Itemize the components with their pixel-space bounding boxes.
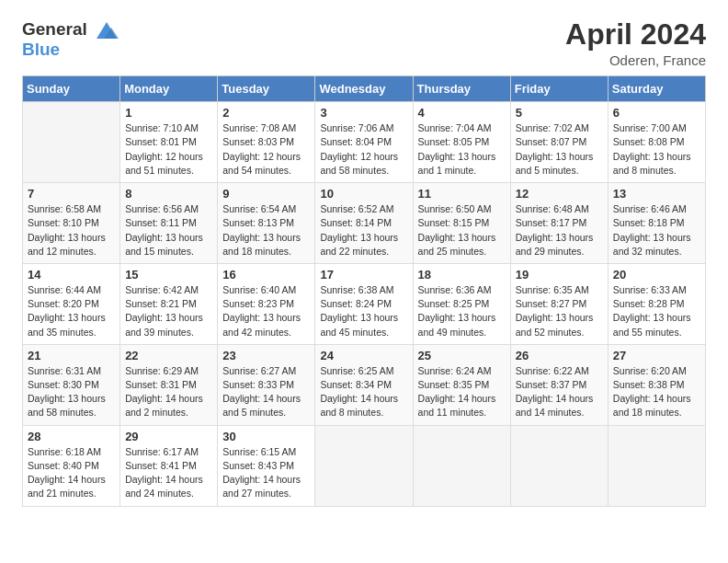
calendar-day-28: 28Sunrise: 6:18 AM Sunset: 8:40 PM Dayli…: [23, 425, 120, 506]
calendar-day-2: 2Sunrise: 7:08 AM Sunset: 8:03 PM Daylig…: [218, 102, 315, 183]
empty-day: [510, 425, 608, 506]
empty-day: [413, 425, 510, 506]
day-number: 12: [516, 187, 603, 201]
page-header: General Blue April 2024 Oderen, France: [22, 18, 706, 68]
day-info: Sunrise: 6:25 AM Sunset: 8:34 PM Dayligh…: [320, 364, 407, 420]
title-block: April 2024 Oderen, France: [565, 18, 706, 68]
day-info: Sunrise: 6:58 AM Sunset: 8:10 PM Dayligh…: [28, 202, 115, 259]
calendar-week-row: 7Sunrise: 6:58 AM Sunset: 8:10 PM Daylig…: [23, 183, 706, 264]
day-info: Sunrise: 6:36 AM Sunset: 8:25 PM Dayligh…: [418, 283, 506, 339]
day-info: Sunrise: 6:52 AM Sunset: 8:14 PM Dayligh…: [320, 202, 407, 259]
day-number: 16: [222, 268, 310, 282]
day-header-saturday: Saturday: [608, 76, 705, 102]
day-number: 22: [125, 349, 212, 362]
day-info: Sunrise: 6:22 AM Sunset: 8:37 PM Dayligh…: [516, 364, 603, 420]
day-number: 21: [28, 349, 115, 362]
calendar-day-18: 18Sunrise: 6:36 AM Sunset: 8:25 PM Dayli…: [413, 263, 510, 344]
day-info: Sunrise: 6:29 AM Sunset: 8:31 PM Dayligh…: [125, 364, 212, 420]
day-info: Sunrise: 6:27 AM Sunset: 8:33 PM Dayligh…: [222, 364, 310, 420]
page-subtitle: Oderen, France: [565, 52, 706, 68]
day-number: 24: [320, 349, 407, 362]
day-info: Sunrise: 7:00 AM Sunset: 8:08 PM Dayligh…: [613, 121, 700, 178]
calendar-week-row: 14Sunrise: 6:44 AM Sunset: 8:20 PM Dayli…: [23, 263, 706, 344]
day-number: 15: [125, 268, 212, 282]
day-number: 7: [28, 187, 115, 201]
calendar-day-7: 7Sunrise: 6:58 AM Sunset: 8:10 PM Daylig…: [23, 183, 120, 264]
day-number: 30: [222, 430, 310, 443]
calendar-day-4: 4Sunrise: 7:04 AM Sunset: 8:05 PM Daylig…: [413, 102, 510, 183]
day-number: 23: [222, 349, 310, 362]
day-info: Sunrise: 6:15 AM Sunset: 8:43 PM Dayligh…: [222, 445, 310, 501]
day-number: 10: [320, 187, 407, 201]
day-number: 26: [516, 349, 603, 362]
calendar-day-12: 12Sunrise: 6:48 AM Sunset: 8:17 PM Dayli…: [510, 183, 608, 264]
day-number: 19: [516, 268, 603, 282]
day-info: Sunrise: 6:38 AM Sunset: 8:24 PM Dayligh…: [320, 283, 407, 339]
day-info: Sunrise: 7:06 AM Sunset: 8:04 PM Dayligh…: [320, 121, 407, 178]
calendar-header-row: SundayMondayTuesdayWednesdayThursdayFrid…: [23, 76, 706, 102]
day-number: 4: [418, 106, 506, 120]
calendar-day-15: 15Sunrise: 6:42 AM Sunset: 8:21 PM Dayli…: [120, 263, 218, 344]
logo-blue-text: Blue: [22, 40, 60, 60]
calendar-table: SundayMondayTuesdayWednesdayThursdayFrid…: [22, 75, 706, 506]
day-header-tuesday: Tuesday: [218, 76, 315, 102]
day-header-wednesday: Wednesday: [315, 76, 413, 102]
day-number: 6: [613, 106, 700, 120]
day-number: 11: [418, 187, 506, 201]
empty-day: [23, 102, 120, 183]
calendar-day-27: 27Sunrise: 6:20 AM Sunset: 8:38 PM Dayli…: [608, 344, 705, 425]
day-number: 8: [125, 187, 212, 201]
day-number: 14: [28, 268, 115, 282]
calendar-day-14: 14Sunrise: 6:44 AM Sunset: 8:20 PM Dayli…: [23, 263, 120, 344]
calendar-day-20: 20Sunrise: 6:33 AM Sunset: 8:28 PM Dayli…: [608, 263, 705, 344]
calendar-day-1: 1Sunrise: 7:10 AM Sunset: 8:01 PM Daylig…: [120, 102, 218, 183]
day-number: 29: [125, 430, 212, 443]
calendar-day-9: 9Sunrise: 6:54 AM Sunset: 8:13 PM Daylig…: [218, 183, 315, 264]
day-number: 27: [613, 349, 700, 362]
day-header-sunday: Sunday: [23, 76, 120, 102]
day-info: Sunrise: 6:56 AM Sunset: 8:11 PM Dayligh…: [125, 202, 212, 259]
calendar-week-row: 1Sunrise: 7:10 AM Sunset: 8:01 PM Daylig…: [23, 102, 706, 183]
day-info: Sunrise: 6:44 AM Sunset: 8:20 PM Dayligh…: [28, 283, 115, 339]
day-info: Sunrise: 6:46 AM Sunset: 8:18 PM Dayligh…: [613, 202, 700, 259]
empty-day: [608, 425, 705, 506]
day-number: 28: [28, 430, 115, 443]
day-info: Sunrise: 7:08 AM Sunset: 8:03 PM Dayligh…: [222, 121, 310, 178]
calendar-day-23: 23Sunrise: 6:27 AM Sunset: 8:33 PM Dayli…: [218, 344, 315, 425]
day-info: Sunrise: 6:42 AM Sunset: 8:21 PM Dayligh…: [125, 283, 212, 339]
calendar-day-30: 30Sunrise: 6:15 AM Sunset: 8:43 PM Dayli…: [218, 425, 315, 506]
calendar-day-10: 10Sunrise: 6:52 AM Sunset: 8:14 PM Dayli…: [315, 183, 413, 264]
day-number: 20: [613, 268, 700, 282]
empty-day: [315, 425, 413, 506]
logo: General Blue: [22, 18, 119, 60]
day-info: Sunrise: 6:20 AM Sunset: 8:38 PM Dayligh…: [613, 364, 700, 420]
calendar-day-25: 25Sunrise: 6:24 AM Sunset: 8:35 PM Dayli…: [413, 344, 510, 425]
day-number: 13: [613, 187, 700, 201]
page-title: April 2024: [565, 18, 706, 51]
day-info: Sunrise: 6:31 AM Sunset: 8:30 PM Dayligh…: [28, 364, 115, 420]
day-header-monday: Monday: [120, 76, 218, 102]
day-number: 1: [125, 106, 212, 120]
day-number: 2: [222, 106, 310, 120]
day-info: Sunrise: 7:02 AM Sunset: 8:07 PM Dayligh…: [516, 121, 603, 178]
day-number: 25: [418, 349, 506, 362]
calendar-day-5: 5Sunrise: 7:02 AM Sunset: 8:07 PM Daylig…: [510, 102, 608, 183]
calendar-day-3: 3Sunrise: 7:06 AM Sunset: 8:04 PM Daylig…: [315, 102, 413, 183]
calendar-day-24: 24Sunrise: 6:25 AM Sunset: 8:34 PM Dayli…: [315, 344, 413, 425]
day-info: Sunrise: 6:50 AM Sunset: 8:15 PM Dayligh…: [418, 202, 506, 259]
day-info: Sunrise: 6:17 AM Sunset: 8:41 PM Dayligh…: [125, 445, 212, 501]
day-info: Sunrise: 7:10 AM Sunset: 8:01 PM Dayligh…: [125, 121, 212, 178]
logo-icon: [95, 18, 119, 42]
day-info: Sunrise: 7:04 AM Sunset: 8:05 PM Dayligh…: [418, 121, 506, 178]
calendar-day-6: 6Sunrise: 7:00 AM Sunset: 8:08 PM Daylig…: [608, 102, 705, 183]
day-info: Sunrise: 6:40 AM Sunset: 8:23 PM Dayligh…: [222, 283, 310, 339]
day-header-friday: Friday: [510, 76, 608, 102]
calendar-day-26: 26Sunrise: 6:22 AM Sunset: 8:37 PM Dayli…: [510, 344, 608, 425]
calendar-day-22: 22Sunrise: 6:29 AM Sunset: 8:31 PM Dayli…: [120, 344, 218, 425]
day-info: Sunrise: 6:24 AM Sunset: 8:35 PM Dayligh…: [418, 364, 506, 420]
day-number: 9: [222, 187, 310, 201]
calendar-day-16: 16Sunrise: 6:40 AM Sunset: 8:23 PM Dayli…: [218, 263, 315, 344]
day-number: 3: [320, 106, 407, 120]
day-number: 18: [418, 268, 506, 282]
calendar-day-13: 13Sunrise: 6:46 AM Sunset: 8:18 PM Dayli…: [608, 183, 705, 264]
